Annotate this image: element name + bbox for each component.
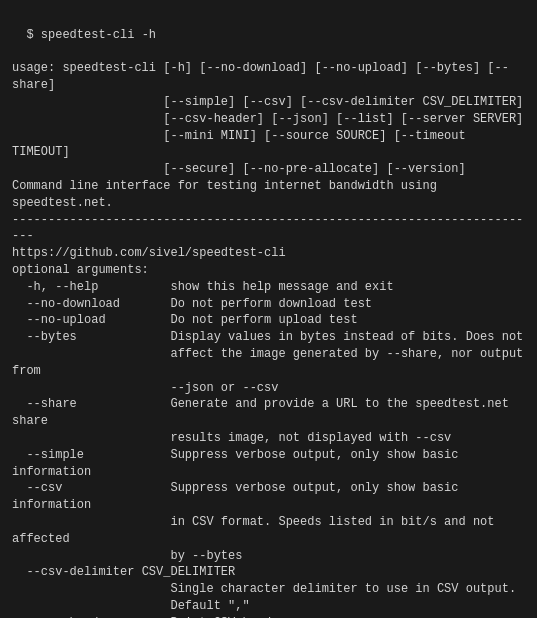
terminal-line-optional: optional arguments: xyxy=(12,262,525,279)
terminal-line-github: https://github.com/sivel/speedtest-cli xyxy=(12,245,525,262)
terminal-line-usage-indent4: [--secure] [--no-pre-allocate] [--versio… xyxy=(12,161,525,178)
terminal-line-separator: ----------------------------------------… xyxy=(12,212,525,246)
terminal-line-bytes-line2: affect the image generated by --share, n… xyxy=(12,346,525,380)
terminal-line-usage-line: usage: speedtest-cli [-h] [--no-download… xyxy=(12,60,525,94)
terminal-line-usage-indent2: [--csv-header] [--json] [--list] [--serv… xyxy=(12,111,525,128)
terminal-line-share-line2: results image, not displayed with --csv xyxy=(12,430,525,447)
terminal-line-help-flag: -h, --help show this help message and ex… xyxy=(12,279,525,296)
terminal-line-csv-delim-line1: --csv-delimiter CSV_DELIMITER xyxy=(12,564,525,581)
terminal-line-no-download: --no-download Do not perform download te… xyxy=(12,296,525,313)
terminal-line-csv-delim-line3: Default "," xyxy=(12,598,525,615)
terminal-line-csv-line3: by --bytes xyxy=(12,548,525,565)
terminal-line-bytes-line1: --bytes Display values in bytes instead … xyxy=(12,329,525,346)
terminal-line-desc: Command line interface for testing inter… xyxy=(12,178,525,212)
terminal-output: usage: speedtest-cli [-h] [--no-download… xyxy=(12,44,525,618)
terminal-line-share-line1: --share Generate and provide a URL to th… xyxy=(12,396,525,430)
terminal-line-csv-line2: in CSV format. Speeds listed in bit/s an… xyxy=(12,514,525,548)
terminal-window: $ speedtest-cli -h xyxy=(12,10,525,44)
terminal-line-no-upload: --no-upload Do not perform upload test xyxy=(12,312,525,329)
terminal-line-usage-indent1: [--simple] [--csv] [--csv-delimiter CSV_… xyxy=(12,94,525,111)
terminal-line-csv-delim-line2: Single character delimiter to use in CSV… xyxy=(12,581,525,598)
terminal-line-usage-indent3: [--mini MINI] [--source SOURCE] [--timeo… xyxy=(12,128,525,162)
prompt-line: $ speedtest-cli -h xyxy=(26,28,156,42)
terminal-line-csv-line1: --csv Suppress verbose output, only show… xyxy=(12,480,525,514)
terminal-line-bytes-line3: --json or --csv xyxy=(12,380,525,397)
terminal-line-simple-line1: --simple Suppress verbose output, only s… xyxy=(12,447,525,481)
